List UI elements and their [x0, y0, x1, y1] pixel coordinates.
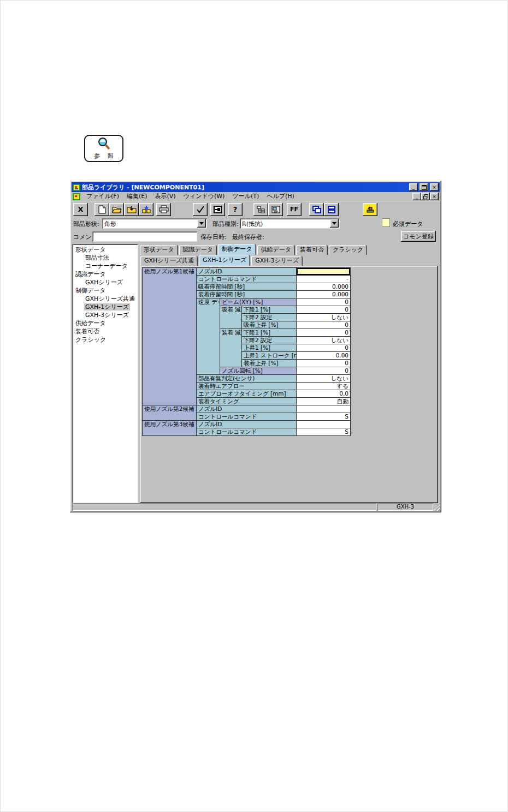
tab-mountability[interactable]: 装着可否 — [296, 245, 328, 255]
param-value[interactable]: する — [297, 383, 351, 390]
save-button[interactable] — [124, 203, 139, 216]
param-label: 下降2 設定 — [242, 337, 297, 344]
param-value[interactable]: 0 — [297, 360, 351, 367]
exit-x-button[interactable]: X — [73, 203, 88, 216]
status-message-panel — [72, 503, 376, 511]
param-value[interactable]: 0.0 — [297, 390, 351, 398]
type-combo[interactable]: R(抵抗) — [240, 218, 340, 229]
tab-control-data[interactable]: 制御データ — [218, 244, 256, 255]
font-button[interactable]: FF — [287, 203, 302, 216]
param-value[interactable]: - — [297, 276, 351, 283]
import-icon — [142, 205, 151, 214]
check-button[interactable] — [193, 203, 208, 216]
tree-item-mountability[interactable]: 装着可否 — [74, 327, 138, 336]
last-saved-by-label: 最終保存者: — [232, 233, 264, 241]
minimize-button[interactable]: _ — [409, 183, 418, 191]
tree-item-corner-data[interactable]: コーナーデータ — [74, 262, 138, 270]
machine-button[interactable] — [363, 203, 377, 216]
tab-classic[interactable]: クラシック — [329, 245, 367, 255]
print-button[interactable] — [156, 203, 171, 216]
tree-item-part-dims[interactable]: 部品寸法 — [74, 254, 138, 262]
mdi-minimize-button[interactable]: _ — [412, 193, 421, 200]
param-value-nozzle-id-3[interactable] — [297, 421, 351, 428]
param-label: エアブローオフタイミング [mm] — [197, 390, 297, 398]
tree-item-gxh-series[interactable]: GXHシリーズ — [74, 278, 138, 286]
param-value[interactable]: 0.000 — [297, 291, 351, 298]
shape-combo[interactable]: 角形 — [102, 218, 207, 229]
tile-windows-button[interactable] — [324, 203, 339, 216]
param-label: 装着停留時間 [秒] — [197, 291, 297, 298]
tree-item-supply-data[interactable]: 供給データ — [74, 319, 138, 327]
param-value[interactable]: 自動 — [297, 398, 351, 405]
comment-input[interactable] — [92, 231, 197, 242]
group-nozzle3: 使用ノズル第3候補 — [143, 421, 197, 436]
menu-view[interactable]: 表示(V) — [151, 192, 180, 201]
param-value[interactable]: 0.00 — [297, 352, 351, 360]
type-value: R(抵抗) — [242, 220, 329, 228]
shape-value: 角形 — [104, 220, 196, 228]
chevron-down-icon — [199, 222, 204, 225]
param-value[interactable]: S — [297, 428, 351, 436]
param-label: ノズルID — [197, 421, 297, 428]
menu-window[interactable]: ウィンドウ(W) — [180, 192, 229, 201]
param-value[interactable]: 0 — [297, 306, 351, 314]
tree-view-button[interactable] — [253, 203, 268, 216]
param-label: 下降2 設定 — [242, 314, 297, 321]
tree-item-recog-data[interactable]: 認識データ — [74, 270, 138, 278]
type-dropdown-button[interactable] — [330, 219, 339, 228]
param-value[interactable]: 0 — [297, 298, 351, 306]
menu-file[interactable]: ファイル(F) — [82, 192, 123, 201]
mdi-close-button[interactable]: × — [430, 193, 439, 200]
status-bar: GXH-3 — [72, 503, 440, 511]
param-value[interactable]: 0 — [297, 344, 351, 352]
preview-button[interactable] — [268, 203, 283, 216]
subtab-gxh-common[interactable]: GXHシリーズ共通 — [140, 256, 198, 266]
param-value[interactable]: しない — [297, 314, 351, 321]
tree-item-gxh3-series[interactable]: GXH-3シリーズ — [74, 311, 138, 319]
app-window: 部品ライブラリ - [NEWCOMPONENT01] _ × ファイル(F) 編… — [70, 181, 441, 512]
cascade-windows-button[interactable] — [309, 203, 324, 216]
menu-tools[interactable]: ツール(T) — [228, 192, 263, 201]
tab-supply-data[interactable]: 供給データ — [257, 245, 296, 255]
menu-help[interactable]: ヘルプ(H) — [263, 192, 298, 201]
import-button[interactable] — [139, 203, 153, 216]
tree-item-classic[interactable]: クラシック — [74, 336, 138, 344]
mdi-restore-button[interactable] — [421, 193, 430, 200]
param-label: 上昇1 [%] — [242, 344, 297, 352]
param-value[interactable]: しない — [297, 337, 351, 344]
common-register-label: コモン登録 — [403, 232, 434, 241]
new-file-button[interactable] — [94, 203, 109, 216]
menu-bar: ファイル(F) 編集(E) 表示(V) ウィンドウ(W) ツール(T) ヘルプ(… — [72, 192, 440, 201]
tab-recog-data[interactable]: 認識データ — [179, 245, 217, 255]
open-button[interactable] — [109, 203, 124, 216]
tab-page: 使用ノズル第1候補 ノズルID コントロールコマンド - 吸着停留時間 [秒] … — [140, 266, 438, 503]
maximize-button[interactable] — [420, 183, 428, 191]
param-value[interactable]: S — [297, 413, 351, 421]
param-label: ビーム(XY) [%] — [220, 298, 297, 306]
type-label: 部品種別: — [212, 220, 239, 228]
help-button[interactable]: ? — [228, 203, 243, 216]
tree-item-gxh-common[interactable]: GXHシリーズ共通 — [74, 295, 138, 303]
tree-item-control-data[interactable]: 制御データ — [74, 286, 138, 295]
subtab-gxh1-series[interactable]: GXH-1シリーズ — [199, 255, 250, 266]
param-value[interactable]: 0 — [297, 329, 351, 337]
param-value-nozzle-id-1[interactable] — [297, 268, 351, 276]
tab-shape-data[interactable]: 形状データ — [140, 245, 178, 255]
param-value-nozzle-id-2[interactable] — [297, 405, 351, 413]
param-value[interactable]: 0 — [297, 367, 351, 375]
resize-grip[interactable] — [433, 504, 440, 511]
tree-item-shape-data[interactable]: 形状データ — [74, 246, 138, 254]
param-value[interactable]: 0 — [297, 321, 351, 329]
tree-item-gxh1-series[interactable]: GXH-1シリーズ — [74, 303, 138, 311]
register-button[interactable] — [210, 203, 225, 216]
close-button[interactable]: × — [430, 183, 439, 191]
menu-edit[interactable]: 編集(E) — [123, 192, 151, 201]
common-register-button[interactable]: コモン登録 — [401, 231, 436, 242]
param-value[interactable]: 0.000 — [297, 283, 351, 291]
shape-dropdown-button[interactable] — [197, 219, 206, 228]
check-icon — [196, 206, 205, 213]
subtab-gxh3-series[interactable]: GXH-3シリーズ — [251, 256, 303, 266]
param-value[interactable]: しない — [297, 375, 351, 383]
param-label: ノズルID — [197, 268, 297, 276]
preview-icon — [271, 206, 280, 213]
